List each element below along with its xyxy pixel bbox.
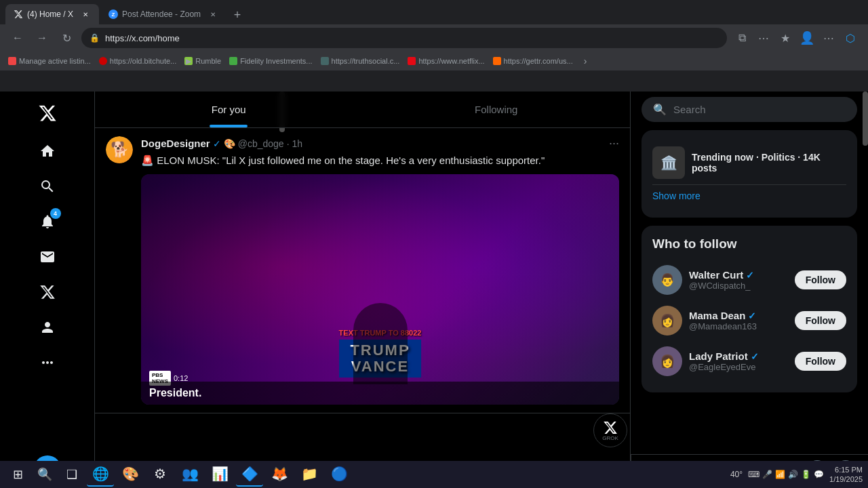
xpro-icon — [39, 284, 56, 300]
sidebar-item-notifications[interactable]: 4 — [31, 205, 64, 238]
sidebar-item-profile[interactable] — [31, 311, 64, 344]
notification-taskbar-icon: 💬 — [814, 470, 824, 479]
grok-logo-icon — [603, 420, 618, 435]
taskbar-browser[interactable]: 🌐 — [87, 462, 114, 487]
taskbar-app-firefox[interactable]: 🦊 — [266, 462, 293, 487]
sidebar-item-xpro[interactable] — [31, 276, 64, 308]
menu-button[interactable]: ⋯ — [819, 28, 838, 47]
zoom-tab-close[interactable]: ✕ — [208, 9, 218, 20]
x-tab-close[interactable]: ✕ — [80, 9, 91, 20]
taskbar-app-3[interactable]: 👥 — [176, 462, 203, 487]
address-bar[interactable]: 🔒 https://x.com/home — [81, 28, 727, 48]
follow-button-mama[interactable]: Follow — [795, 311, 846, 330]
bookmark-label-6: https://www.netflix... — [418, 57, 484, 65]
tweet-user-info: DogeDesigner ✓ 🎨 @cb_doge · 1h — [141, 138, 302, 149]
right-scrollbar-thumb[interactable] — [863, 92, 868, 146]
taskbar-app-edge[interactable]: 🔷 — [236, 462, 263, 487]
keyboard-icon: ⌨ — [748, 470, 760, 479]
bookmark-3[interactable]: ▶ Rumble — [184, 57, 221, 65]
taskbar-app-zoom[interactable]: 🔵 — [326, 462, 353, 487]
search-box[interactable]: 🔍 — [642, 97, 857, 122]
reload-button[interactable]: ↻ — [57, 28, 76, 47]
taskbar-left: ⊞ 🔍 ❑ 🌐 🎨 ⚙ 👥 📊 🔷 🦊 📁 🔵 — [5, 462, 353, 487]
tweet-header: DogeDesigner ✓ 🎨 @cb_doge · 1h ··· — [141, 136, 619, 150]
tweet-handle: @cb_doge — [238, 138, 284, 149]
more-tools-button[interactable]: ⋯ — [754, 28, 773, 47]
tweet-more-button[interactable]: ··· — [609, 136, 619, 150]
trending-item-1[interactable]: 🏛️ Trending now · Politics · 14K posts — [652, 141, 846, 185]
mic-icon: 🎤 — [762, 470, 772, 479]
browser-toolbar: ← → ↻ 🔒 https://x.com/home ⧉ ⋯ ★ 👤 ⋯ ⬡ — [0, 24, 868, 52]
follow-button-walter[interactable]: Follow — [795, 270, 846, 289]
avatar-placeholder: 🐕 — [106, 136, 133, 163]
tweet-emoji: 🎨 — [224, 138, 235, 149]
bookmark-4[interactable]: Fidelity Investments... — [229, 57, 312, 65]
volume-icon: 🔊 — [788, 470, 798, 479]
windows-taskbar: ⊞ 🔍 ❑ 🌐 🎨 ⚙ 👥 📊 🔷 🦊 📁 🔵 40° ⌨ 🎤 📶 🔊 🔋 💬 … — [0, 461, 868, 488]
x-logo[interactable] — [31, 97, 64, 129]
x-tab-title: (4) Home / X — [27, 9, 73, 19]
tweet-user-avatar[interactable]: 🐕 — [106, 136, 133, 163]
mail-icon — [39, 249, 56, 265]
bookmark-2[interactable]: https://old.bitchute... — [99, 57, 176, 65]
trending-title-1: Trending now · Politics · 14K posts — [692, 152, 846, 174]
video-caption: President. — [141, 382, 619, 405]
taskbar-app-2[interactable]: ⚙ — [146, 462, 174, 487]
new-tab-button[interactable]: + — [228, 5, 247, 24]
video-content: TEXT TRUMP TO 88022 TRUMP VANCE PBSNEWS … — [141, 174, 619, 405]
taskview-button[interactable]: ❑ — [60, 462, 84, 487]
taskbar-app-files[interactable]: 📁 — [296, 462, 323, 487]
follow-handle-lady: @EagleEyedEve — [689, 362, 788, 372]
right-panel: 🔍 🏛️ Trending now · Politics · 14K posts… — [631, 92, 868, 488]
tab-for-you[interactable]: For you — [95, 92, 363, 127]
lock-icon: 🔒 — [90, 33, 100, 43]
extensions-button[interactable]: ⧉ — [732, 28, 751, 47]
bookmark-icon-7 — [493, 57, 501, 65]
favorites-button[interactable]: ★ — [776, 28, 795, 47]
bookmarks-more[interactable]: › — [584, 56, 587, 66]
sidebar-item-explore[interactable] — [31, 170, 64, 203]
follow-handle-walter: @WCdispatch_ — [689, 281, 788, 291]
system-tray: ⌨ 🎤 📶 🔊 🔋 💬 — [748, 470, 824, 479]
follow-button-lady[interactable]: Follow — [795, 352, 846, 371]
search-taskbar-button[interactable]: 🔍 — [33, 462, 57, 487]
follow-info-mama: Mama Dean ✓ @Mamadean163 — [689, 310, 788, 331]
left-sidebar: 4 — [0, 92, 95, 488]
tweet-media[interactable]: TEXT TRUMP TO 88022 TRUMP VANCE PBSNEWS … — [141, 174, 619, 405]
tab-zoom[interactable]: Z Post Attendee - Zoom ✕ — [100, 4, 226, 24]
sidebar-item-home[interactable] — [31, 135, 64, 167]
bookmark-icon-5 — [321, 57, 329, 65]
bookmark-icon-4 — [229, 57, 237, 65]
taskbar-app-4[interactable]: 📊 — [206, 462, 233, 487]
follow-item-mama: 👩 Mama Dean ✓ @Mamadean163 Follow — [652, 300, 846, 341]
tab-bar: (4) Home / X ✕ Z Post Attendee - Zoom ✕ … — [0, 0, 868, 24]
bookmark-5[interactable]: https://truthsocial.c... — [321, 57, 400, 65]
follow-item-walter: 👨 Walter Curt ✓ @WCdispatch_ Follow — [652, 260, 846, 300]
profile-button[interactable]: 👤 — [797, 28, 816, 47]
search-icon — [39, 178, 56, 195]
search-input[interactable] — [673, 104, 846, 115]
tab-x[interactable]: (4) Home / X ✕ — [5, 4, 99, 24]
edge-button[interactable]: ⬡ — [841, 28, 860, 47]
follow-item-lady: 👩 Lady Patriot ✓ @EagleEyedEve Follow — [652, 341, 846, 382]
bookmark-icon-1 — [8, 57, 16, 65]
trending-thumb-1: 🏛️ — [652, 146, 685, 179]
taskbar-clock: 6:15 PM 1/19/2025 — [829, 465, 863, 485]
grok-popup[interactable]: GROK — [593, 413, 627, 447]
bookmark-1[interactable]: Manage active listin... — [8, 57, 91, 65]
bookmark-7[interactable]: https://gettr.com/us... — [493, 57, 573, 65]
sidebar-item-messages[interactable] — [31, 241, 64, 273]
bookmark-6[interactable]: https://www.netflix... — [408, 57, 484, 65]
back-button[interactable]: ← — [8, 28, 27, 47]
sidebar-item-more[interactable] — [31, 346, 64, 379]
bookmarks-bar: Manage active listin... https://old.bitc… — [0, 52, 868, 70]
taskbar-app-1[interactable]: 🎨 — [117, 462, 144, 487]
start-button[interactable]: ⊞ — [5, 462, 30, 487]
show-more-link[interactable]: Show more — [652, 185, 846, 207]
notification-count: 4 — [50, 208, 61, 219]
search-icon-right: 🔍 — [653, 103, 667, 116]
follow-info-lady: Lady Patriot ✓ @EagleEyedEve — [689, 350, 788, 372]
tab-following[interactable]: Following — [363, 92, 631, 127]
forward-button[interactable]: → — [33, 28, 52, 47]
x-logo-icon — [38, 104, 57, 123]
